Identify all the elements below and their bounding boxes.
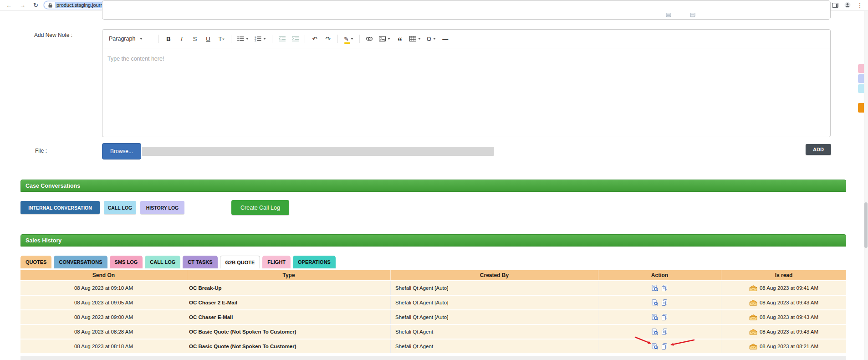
- side-chip-blue[interactable]: [858, 74, 864, 83]
- link-button[interactable]: [366, 33, 373, 45]
- table-row: 08 Aug 2023 at 09:00 AM OC Chaser E-Mail…: [20, 310, 846, 325]
- cell-created-by: Shefali Qt Agent [Auto]: [390, 310, 598, 324]
- remove-format-button[interactable]: Tx: [218, 33, 225, 45]
- call-log-button[interactable]: CALL LOG: [104, 201, 136, 214]
- file-label: File :: [35, 148, 47, 154]
- tab-conversations[interactable]: CONVERSATIONS: [54, 256, 107, 268]
- table-header-row: Send On Type Created By Action Is read: [20, 270, 846, 280]
- cell-send-on: 08 Aug 2023 at 09:10 AM: [20, 281, 187, 295]
- back-icon[interactable]: ←: [6, 2, 12, 8]
- sales-history-title: Sales History: [26, 237, 61, 244]
- toolbar-divider: [231, 35, 231, 43]
- tab-ct-tasks[interactable]: CT TASKS: [183, 256, 217, 268]
- cell-send-on: 08 Aug 2023 at 08:28 AM: [20, 325, 187, 339]
- history-log-button[interactable]: HISTORY LOG: [140, 201, 184, 214]
- special-character-button[interactable]: Ω: [427, 33, 436, 45]
- tab-call-log[interactable]: CALL LOG: [145, 256, 180, 268]
- chevron-down-icon: [246, 38, 249, 40]
- highlight-button[interactable]: ✎: [344, 33, 353, 45]
- side-panel-icon[interactable]: [832, 1, 839, 9]
- document-action-icon[interactable]: [662, 314, 668, 320]
- scrollbar-thumb[interactable]: [864, 202, 868, 248]
- tab-quotes[interactable]: QUOTES: [20, 256, 51, 268]
- scrollbar-track[interactable]: [864, 11, 868, 360]
- rich-text-editor: Paragraph B I S U Tx 1.2.3.: [102, 29, 831, 137]
- is-read-date: 08 Aug 2023 at 09:43 AM: [760, 314, 818, 320]
- table-row: 08 Aug 2023 at 08:18 AM OC Basic Quote (…: [20, 339, 846, 354]
- browser-menu-icon[interactable]: ⋮: [856, 1, 863, 9]
- cell-is-read: 08 Aug 2023 at 09:43 AM: [721, 310, 846, 324]
- column-header-is-read: Is read: [721, 270, 846, 280]
- insert-table-button[interactable]: [409, 33, 421, 45]
- side-chip-cyan[interactable]: [858, 84, 864, 93]
- column-header-send-on: Send On: [20, 270, 187, 280]
- note-editor-body[interactable]: Type the content here!: [102, 48, 830, 69]
- tab-g2b-quote[interactable]: G2B QUOTE: [220, 256, 260, 268]
- chevron-down-icon: [140, 38, 143, 40]
- is-read-date: 08 Aug 2023 at 09:41 AM: [760, 285, 818, 291]
- editor-placeholder: Type the content here!: [107, 56, 164, 62]
- browse-button[interactable]: Browse...: [102, 143, 141, 159]
- read-envelope-icon: [749, 285, 757, 291]
- sales-history-header: Sales History: [20, 234, 846, 247]
- sales-history-table: Send On Type Created By Action Is read 0…: [20, 270, 846, 354]
- bulleted-list-button[interactable]: [237, 33, 249, 45]
- horizontal-line-button[interactable]: —: [442, 33, 449, 45]
- cell-created-by: Shefali Qt Agent: [390, 339, 598, 353]
- image-icon: [379, 36, 386, 41]
- insert-image-button[interactable]: [379, 33, 390, 45]
- chevron-down-icon: [263, 38, 266, 40]
- bold-button[interactable]: B: [165, 33, 172, 45]
- highlighter-color-bar: [344, 42, 350, 44]
- file-input-track[interactable]: [142, 147, 494, 156]
- italic-button[interactable]: I: [178, 33, 185, 45]
- document-action-icon[interactable]: [662, 299, 668, 306]
- chevron-down-icon: [351, 38, 353, 40]
- numbered-list-icon: 1.2.3.: [255, 36, 261, 41]
- previous-section-partial: [102, 0, 831, 20]
- screen: ← → ↻ product.staging.journey-crm.co.uk/…: [0, 0, 868, 360]
- is-read-date: 08 Aug 2023 at 08:21 AM: [760, 344, 818, 349]
- block-quote-button[interactable]: “: [396, 33, 403, 45]
- cell-send-on: 08 Aug 2023 at 09:05 AM: [20, 296, 187, 309]
- sales-history-tabs: QUOTES CONVERSATIONS SMS LOG CALL LOG CT…: [20, 256, 336, 268]
- read-envelope-icon: [749, 329, 757, 335]
- underline-button[interactable]: U: [204, 33, 212, 45]
- profile-avatar[interactable]: [844, 1, 851, 9]
- case-conversations-title: Case Conversations: [26, 183, 80, 189]
- forward-icon[interactable]: →: [20, 2, 26, 8]
- table-icon: [409, 36, 416, 41]
- preview-action-icon[interactable]: [652, 285, 658, 291]
- undo-button[interactable]: ↶: [311, 33, 318, 45]
- cell-action: [598, 281, 721, 295]
- cell-type: OC Break-Up: [187, 281, 390, 295]
- tab-operations[interactable]: OPERATIONS: [293, 256, 336, 268]
- create-call-log-button[interactable]: Create Call Log: [231, 200, 289, 215]
- tab-sms-log[interactable]: SMS LOG: [110, 256, 143, 268]
- internal-conversation-button[interactable]: INTERNAL CONVERSATION: [20, 201, 100, 214]
- highlighter-icon: ✎: [344, 36, 349, 42]
- table-row: 08 Aug 2023 at 09:10 AM OC Break-Up Shef…: [20, 281, 846, 296]
- reload-icon[interactable]: ↻: [33, 2, 38, 8]
- increase-indent-button[interactable]: [291, 33, 299, 45]
- side-chip-orange[interactable]: [858, 103, 864, 113]
- table-row: 08 Aug 2023 at 08:28 AM OC Basic Quote (…: [20, 325, 846, 339]
- preview-action-icon[interactable]: [652, 299, 658, 306]
- preview-action-icon[interactable]: [652, 314, 658, 320]
- strikethrough-button[interactable]: S: [191, 33, 199, 45]
- numbered-list-button[interactable]: 1.2.3.: [255, 33, 266, 45]
- paragraph-dropdown[interactable]: Paragraph: [109, 36, 153, 42]
- decrease-indent-button[interactable]: [278, 33, 286, 45]
- side-chip-pink[interactable]: [858, 64, 864, 73]
- toolbar-divider: [359, 35, 360, 43]
- decrease-indent-icon: [279, 36, 286, 41]
- read-envelope-icon: [749, 314, 757, 320]
- tab-flight[interactable]: FLIGHT: [262, 256, 291, 268]
- cell-type: OC Basic Quote (Not Spoken To Customer): [187, 325, 390, 339]
- page-content: Add New Note : Paragraph B I S U Tx: [0, 11, 868, 360]
- add-note-button[interactable]: ADD: [806, 144, 831, 155]
- document-action-icon[interactable]: [662, 285, 668, 291]
- remove-format-glyph: T: [219, 36, 222, 42]
- redo-button[interactable]: ↷: [324, 33, 332, 45]
- cell-type: OC Basic Quote (Not Spoken To Customer): [187, 339, 390, 353]
